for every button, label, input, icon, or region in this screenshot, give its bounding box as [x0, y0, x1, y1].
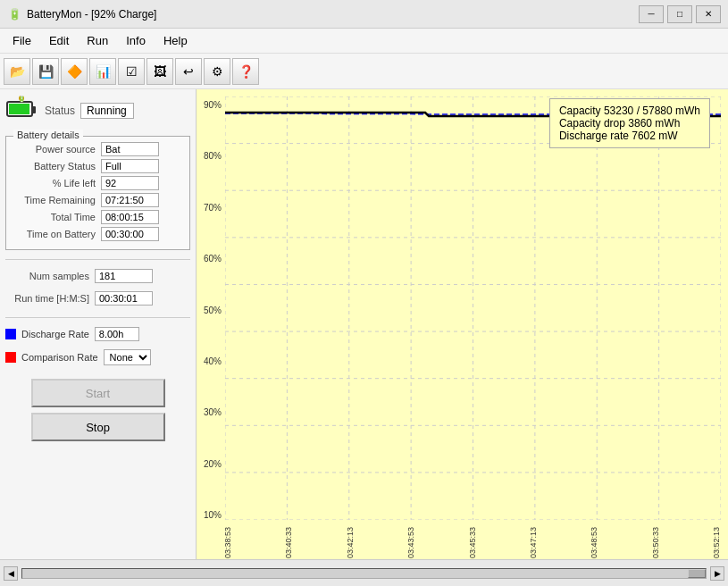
time-remaining-row: Time Remaining 07:21:50 [12, 193, 184, 207]
y-label-80: 80% [197, 151, 223, 161]
status-label: Status [45, 105, 75, 117]
window-controls: ─ □ ✕ [639, 5, 721, 23]
status-row: 🔋 Status Running [5, 95, 190, 127]
x-label-7: 03:50:33 [651, 527, 660, 558]
x-label-0: 03:38:53 [223, 527, 232, 558]
battery-details-title: Battery details [13, 130, 83, 140]
total-time-value: 08:00:15 [101, 210, 159, 224]
svg-rect-1 [32, 106, 36, 113]
toolbar-open[interactable]: 📂 [4, 58, 30, 85]
chart-svg [225, 96, 721, 520]
scroll-thumb[interactable] [688, 569, 706, 578]
window-title: BatteryMon - [92% Charge] [27, 8, 639, 21]
time-on-battery-label: Time on Battery [12, 229, 101, 239]
divider-2 [5, 317, 190, 318]
comparison-rate-icon [5, 352, 16, 363]
chart-area: 90% 80% 70% 60% 50% 40% 30% 20% 10% [197, 89, 728, 559]
x-axis-labels: 03:38:53 03:40:33 03:42:13 03:43:53 03:4… [223, 523, 721, 559]
battery-details-group: Battery details Power source Bat Battery… [5, 136, 190, 250]
status-label-row: Status Running [45, 103, 134, 119]
scroll-left-button[interactable]: ◀ [4, 566, 18, 581]
x-label-8: 03:52:13 [712, 527, 721, 558]
y-label-30: 30% [197, 407, 223, 417]
x-label-2: 03:42:13 [346, 527, 355, 558]
tooltip-box: Capacity 53230 / 57880 mWh Capacity drop… [549, 98, 710, 148]
main-layout: 🔋 Status Running Battery details Power s… [0, 89, 728, 559]
y-label-10: 10% [197, 510, 223, 520]
menu-info[interactable]: Info [117, 30, 155, 51]
discharge-rate-value: 8.00h [95, 327, 139, 341]
menu-help[interactable]: Help [155, 30, 197, 51]
y-axis-labels: 90% 80% 70% 60% 50% 40% 30% 20% 10% [197, 96, 223, 523]
run-time-label: Run time [H:M:S] [5, 293, 95, 304]
time-on-battery-value: 00:30:00 [101, 227, 159, 241]
time-remaining-value: 07:21:50 [101, 193, 159, 207]
power-source-value: Bat [101, 142, 159, 156]
life-left-row: % Life left 92 [12, 176, 184, 190]
menu-edit[interactable]: Edit [40, 30, 78, 51]
toolbar-battery[interactable]: 🔶 [61, 58, 88, 85]
toolbar-chart[interactable]: 📊 [89, 58, 116, 85]
y-label-20: 20% [197, 459, 223, 469]
life-left-value: 92 [101, 176, 159, 190]
battery-status-row: Battery Status Full [12, 159, 184, 173]
close-button[interactable]: ✕ [696, 5, 721, 23]
toolbar-image[interactable]: 🖼 [146, 58, 173, 85]
time-on-battery-row: Time on Battery 00:30:00 [12, 227, 184, 241]
app-icon: 🔋 [7, 7, 21, 21]
start-button[interactable]: Start [31, 379, 165, 407]
life-left-label: % Life left [12, 178, 101, 188]
x-label-1: 03:40:33 [284, 527, 293, 558]
y-label-90: 90% [197, 100, 223, 110]
x-label-6: 03:48:53 [590, 527, 598, 558]
titlebar: 🔋 BatteryMon - [92% Charge] ─ □ ✕ [0, 0, 728, 29]
power-source-row: Power source Bat [12, 142, 184, 156]
stop-button[interactable]: Stop [31, 413, 165, 441]
time-remaining-label: Time Remaining [12, 195, 101, 205]
comparison-rate-select[interactable]: None 4h 6h 8h 10h [104, 349, 151, 365]
toolbar-save[interactable]: 💾 [32, 58, 59, 85]
y-label-40: 40% [197, 356, 223, 366]
y-label-50: 50% [197, 306, 223, 315]
run-time-row: Run time [H:M:S] 00:30:01 [5, 291, 190, 306]
battery-status-value: Full [101, 159, 159, 173]
button-row: Start Stop [5, 379, 190, 441]
comparison-rate-label: Comparison Rate [21, 352, 98, 363]
divider-1 [5, 259, 190, 260]
total-time-row: Total Time 08:00:15 [12, 210, 184, 224]
discharge-rate-icon [5, 329, 16, 339]
maximize-button[interactable]: □ [667, 5, 692, 23]
toolbar-settings[interactable]: ⚙ [204, 58, 230, 85]
tooltip-line2: Capacity drop 3860 mWh [559, 117, 700, 130]
power-source-label: Power source [12, 144, 101, 155]
discharge-rate-label: Discharge Rate [21, 329, 89, 339]
toolbar-check[interactable]: ☑ [118, 58, 145, 85]
discharge-rate-row: Discharge Rate 8.00h [5, 327, 190, 341]
total-time-label: Total Time [12, 212, 101, 222]
num-samples-label: Num samples [5, 271, 95, 281]
toolbar-help[interactable]: ❓ [232, 58, 259, 85]
x-label-5: 03:47:13 [529, 527, 538, 558]
svg-rect-2 [9, 104, 29, 114]
left-panel: 🔋 Status Running Battery details Power s… [0, 89, 197, 559]
num-samples-row: Num samples 181 [5, 269, 190, 283]
x-label-3: 03:43:53 [406, 527, 415, 558]
battery-icon: 🔋 [5, 95, 38, 127]
menu-run[interactable]: Run [78, 30, 117, 51]
scroll-right-button[interactable]: ▶ [710, 566, 724, 581]
menu-file[interactable]: File [4, 30, 40, 51]
comparison-rate-row: Comparison Rate None 4h 6h 8h 10h [5, 349, 190, 365]
scroll-track[interactable] [21, 568, 707, 579]
x-label-4: 03:45:33 [468, 527, 477, 558]
y-label-60: 60% [197, 254, 223, 264]
minimize-button[interactable]: ─ [639, 5, 664, 23]
tooltip-line3: Discharge rate 7602 mW [559, 130, 700, 142]
run-time-value: 00:30:01 [95, 291, 153, 306]
menubar: File Edit Run Info Help [0, 29, 728, 54]
num-samples-value: 181 [95, 269, 153, 283]
status-value: Running [80, 103, 134, 119]
svg-text:🔋: 🔋 [18, 95, 26, 103]
y-label-70: 70% [197, 203, 223, 213]
toolbar-back[interactable]: ↩ [175, 58, 202, 85]
scrollbar-area: ◀ ▶ [0, 559, 728, 586]
